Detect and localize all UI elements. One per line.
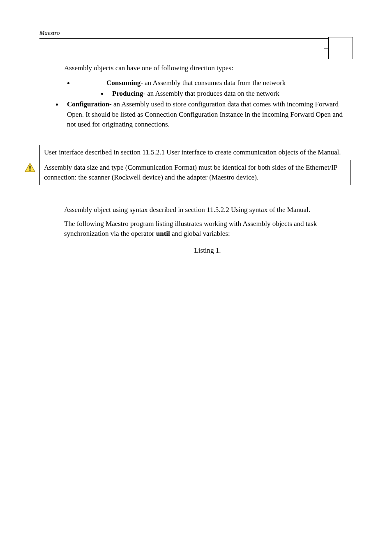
listing-intro-bold: until [156, 230, 170, 237]
note-top-text: User interface described in section 11.5… [40, 145, 351, 160]
note-warn-text: Assembly data size and type (Communicati… [40, 160, 351, 185]
note-row-top: User interface described in section 11.5… [20, 145, 351, 160]
listing-intro-post: and global variables: [170, 230, 230, 237]
note-icon-cell [20, 160, 40, 185]
list-item: Producing- an Assembly that produces dat… [64, 89, 351, 99]
list-item-text: Producing- an Assembly that produces dat… [112, 89, 279, 99]
header-corner-box [328, 37, 353, 59]
svg-point-2 [29, 169, 30, 170]
document-page: Maestro Assembly objects can have one of… [0, 0, 392, 555]
list-item-bold: Producing [112, 90, 143, 97]
bullet-icon [67, 82, 69, 84]
header-rule [39, 38, 353, 39]
list-item-bold: Consuming [106, 79, 141, 87]
page-header: Maestro [39, 30, 353, 39]
syntax-paragraph: Assembly object using syntax described i… [64, 205, 351, 215]
header-corner-tick [324, 48, 329, 48]
list-item: Configuration- an Assembly used to store… [64, 99, 351, 129]
svg-rect-1 [29, 166, 30, 169]
note-box: User interface described in section 11.5… [20, 145, 351, 185]
list-item-rest: - an Assembly that consumes data from th… [141, 79, 286, 87]
listing-caption: Listing 1. [64, 246, 351, 256]
direction-type-list: Consuming- an Assembly that consumes dat… [64, 78, 351, 129]
page-content: Assembly objects can have one of followi… [39, 63, 353, 256]
header-title: Maestro [39, 30, 353, 38]
bullet-icon [101, 93, 103, 95]
list-item-rest: - an Assembly that produces data on the … [143, 90, 279, 97]
note-row-warn: Assembly data size and type (Communicati… [20, 160, 351, 185]
list-item-text: Configuration- an Assembly used to store… [67, 99, 351, 129]
bullet-icon [56, 104, 58, 106]
list-item: Consuming- an Assembly that consumes dat… [64, 78, 351, 88]
warning-icon [25, 163, 35, 173]
list-item-bold: Configuration [67, 100, 109, 108]
listing-intro-paragraph: The following Maestro program listing il… [64, 219, 351, 239]
list-item-text: Consuming- an Assembly that consumes dat… [106, 78, 286, 88]
intro-paragraph: Assembly objects can have one of followi… [64, 63, 351, 73]
note-icon-cell-empty [20, 145, 40, 160]
